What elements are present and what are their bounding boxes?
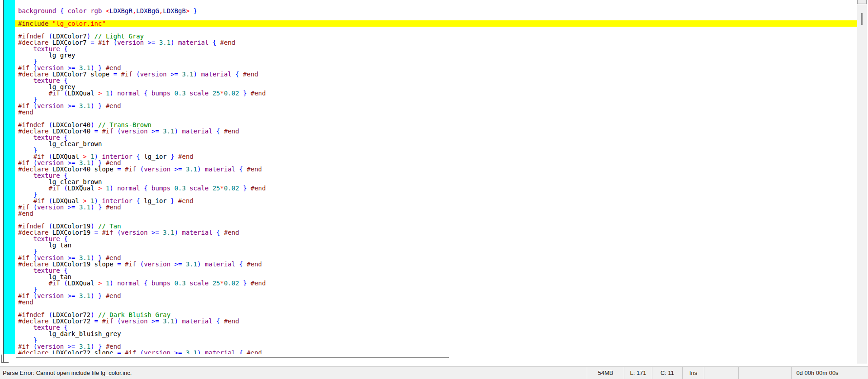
code-line: #ifndef (LDXColor72) // Dark Bluish Gray <box>15 312 857 318</box>
status-insert-mode: Ins <box>682 367 704 379</box>
code-line: #if (version >= 3.1) } #end <box>15 255 857 261</box>
code-line: lg_grey <box>15 52 857 58</box>
code-line: lg_tan <box>15 274 857 280</box>
code-line: #if (version >= 3.1) } #end <box>15 65 857 71</box>
code-line <box>15 14 857 20</box>
code-line: lg_clear_brown <box>15 141 857 147</box>
code-line: #if (version >= 3.1) } #end <box>15 160 857 166</box>
code-line: lg_dark_bluish_grey <box>15 331 857 337</box>
code-line: texture { <box>15 172 857 179</box>
code-line: texture { <box>15 324 857 331</box>
status-line: L: 171 <box>624 367 652 379</box>
code-line: #declare LDXColor40_slope = #if (version… <box>15 166 857 172</box>
code-line: texture { <box>15 134 857 141</box>
change-margin[interactable] <box>4 0 15 354</box>
code-line: } <box>15 337 857 343</box>
code-line: #declare LDXColor7_slope = #if (version … <box>15 71 857 77</box>
code-line: #if (LDXQual > 1) interior { lg_ior } #e… <box>15 153 857 160</box>
code-line: #end <box>15 299 857 305</box>
code-line: } <box>15 286 857 293</box>
code-line: lg_grey <box>15 84 857 90</box>
code-line: #end <box>15 109 857 115</box>
code-line: #declare LDXColor19_slope = #if (version… <box>15 261 857 267</box>
code-line <box>15 305 857 312</box>
status-message: Parse Error: Cannot open include file lg… <box>0 367 587 379</box>
code-line: #if (LDXQual > 1) normal { bumps 0.3 sca… <box>15 90 857 96</box>
vertical-scrollbar-thumb[interactable] <box>861 13 863 25</box>
code-line <box>15 217 857 223</box>
code-line: } <box>15 58 857 65</box>
code-line: texture { <box>15 46 857 52</box>
code-line: #ifndef (LDXColor19) // Tan <box>15 223 857 229</box>
code-line: #declare LDXColor72_slope = #if (version… <box>15 350 857 354</box>
horizontal-scrollbar[interactable] <box>9 355 857 364</box>
code-line: #if (LDXQual > 1) normal { bumps 0.3 sca… <box>15 185 857 191</box>
vertical-scrollbar[interactable] <box>857 0 867 364</box>
code-line: texture { <box>15 236 857 242</box>
code-line: texture { <box>15 267 857 274</box>
code-line: #if (version >= 3.1) } #end <box>15 103 857 109</box>
status-elapsed-time: 0d 00h 00m 00s <box>791 367 868 379</box>
code-line: lg_clear_brown <box>15 179 857 185</box>
code-line: background { color rgb <LDXBgR,LDXBgG,LD… <box>15 8 857 14</box>
code-line: #end <box>15 210 857 217</box>
horizontal-scrollbar-thumb[interactable] <box>16 357 449 358</box>
code-line: #include "lg_color.inc" <box>15 20 857 27</box>
code-line <box>15 27 857 33</box>
editor-bottom-left-corner <box>1 355 9 363</box>
status-extra-2 <box>738 367 791 379</box>
code-line: #declare LDXColor40 = #if (version >= 3.… <box>15 128 857 134</box>
code-line: #declare LDXColor19 = #if (version >= 3.… <box>15 229 857 236</box>
povray-editor-window: background { color rgb <LDXBgR,LDXBgG,LD… <box>0 0 868 379</box>
code-line: #if (LDXQual > 1) interior { lg_ior } #e… <box>15 198 857 204</box>
code-line <box>15 115 857 122</box>
status-memory: 54MB <box>587 367 624 379</box>
code-line: #ifndef (LDXColor7) // Light Gray <box>15 33 857 39</box>
code-area[interactable]: background { color rgb <LDXBgR,LDXBgG,LD… <box>15 0 857 354</box>
status-column: C: 11 <box>652 367 682 379</box>
code-line: #if (version >= 3.1) } #end <box>15 293 857 299</box>
scroll-up-button[interactable] <box>857 0 867 4</box>
code-line: #if (LDXQual > 1) normal { bumps 0.3 sca… <box>15 280 857 286</box>
code-line: } <box>15 96 857 103</box>
code-line: #declare LDXColor72 = #if (version >= 3.… <box>15 318 857 324</box>
status-extra-1 <box>704 367 738 379</box>
code-line: lg_tan <box>15 242 857 248</box>
code-line: #if (version >= 3.1) } #end <box>15 204 857 210</box>
status-bar: Parse Error: Cannot open include file lg… <box>0 366 868 379</box>
code-line: texture { <box>15 77 857 84</box>
code-line: #if (version >= 3.1) } #end <box>15 343 857 350</box>
code-line: } <box>15 191 857 198</box>
code-line: } <box>15 248 857 255</box>
code-line: #declare LDXColor7 = #if (version >= 3.1… <box>15 39 857 46</box>
editor-right-border <box>867 0 867 364</box>
code-line: #ifndef (LDXColor40) // Trans-Brown <box>15 122 857 128</box>
code-line: } <box>15 147 857 153</box>
editor-pane: background { color rgb <LDXBgR,LDXBgG,LD… <box>0 0 868 364</box>
